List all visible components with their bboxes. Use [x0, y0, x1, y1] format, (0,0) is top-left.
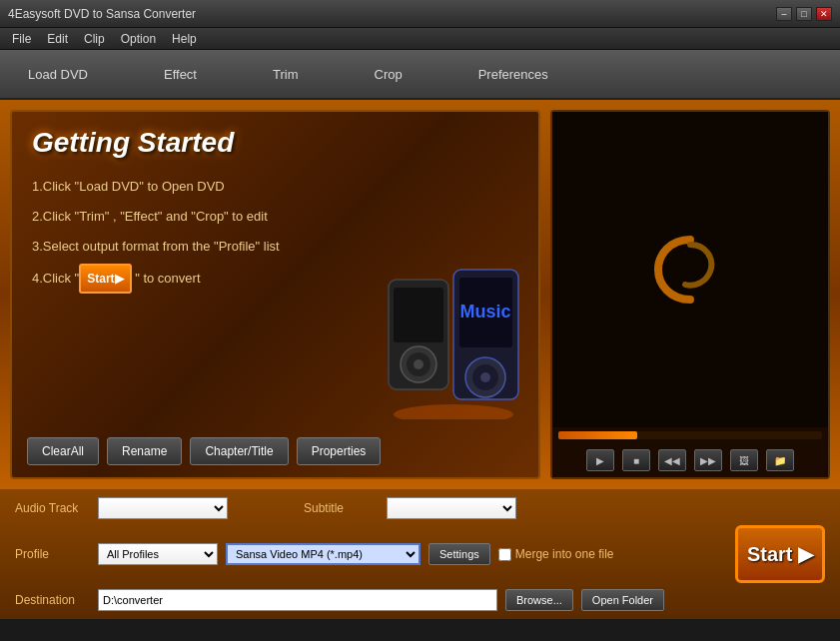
- profile-dropdown-2[interactable]: Sansa Video MP4 (*.mp4): [226, 543, 420, 565]
- toolbar-preferences[interactable]: Preferences: [470, 63, 556, 86]
- bottom-panel: Audio Track Subtitle Profile All Profile…: [0, 489, 840, 619]
- merge-checkbox[interactable]: [498, 548, 511, 561]
- menu-option[interactable]: Option: [113, 30, 164, 48]
- browse-button[interactable]: Browse...: [505, 589, 573, 611]
- audio-subtitle-row: Audio Track Subtitle: [15, 497, 825, 519]
- stop-button[interactable]: ■: [622, 449, 650, 471]
- getting-started-panel: Getting Started 1.Click "Load DVD" to Op…: [10, 110, 540, 479]
- folder-button[interactable]: 📁: [766, 449, 794, 471]
- destination-label: Destination: [15, 593, 90, 607]
- start-inline-label: Start▶: [79, 264, 131, 294]
- close-button[interactable]: ✕: [816, 7, 832, 21]
- window-controls: – □ ✕: [776, 7, 832, 21]
- device-illustration: Music: [384, 260, 523, 422]
- svg-rect-1: [394, 288, 443, 342]
- forward-button[interactable]: ▶▶: [694, 449, 722, 471]
- window-title: 4Easysoft DVD to Sansa Converter: [8, 7, 196, 21]
- chapter-title-button[interactable]: Chapter/Title: [190, 437, 288, 465]
- step-1: 1.Click "Load DVD" to Open DVD: [32, 174, 518, 200]
- video-progress-bar[interactable]: [558, 431, 822, 439]
- video-controls: ▶ ■ ◀◀ ▶▶ 🖼 📁: [552, 443, 828, 477]
- subtitle-dropdown[interactable]: [387, 497, 516, 519]
- toolbar-effect[interactable]: Effect: [156, 63, 205, 86]
- rewind-button[interactable]: ◀◀: [658, 449, 686, 471]
- rename-button[interactable]: Rename: [107, 437, 182, 465]
- menu-clip[interactable]: Clip: [76, 30, 113, 48]
- clear-all-button[interactable]: ClearAll: [27, 437, 99, 465]
- audio-track-dropdown[interactable]: [98, 497, 228, 519]
- subtitle-label: Subtitle: [304, 501, 379, 515]
- toolbar: Load DVD Effect Trim Crop Preferences: [0, 50, 840, 100]
- app-logo: [650, 230, 730, 310]
- toolbar-load-dvd[interactable]: Load DVD: [20, 63, 96, 86]
- audio-track-label: Audio Track: [15, 501, 90, 515]
- screenshot-button[interactable]: 🖼: [730, 449, 758, 471]
- profile-dropdown-1[interactable]: All Profiles: [98, 543, 218, 565]
- menu-edit[interactable]: Edit: [39, 30, 76, 48]
- play-button[interactable]: ▶: [586, 449, 614, 471]
- profile-row: Profile All Profiles Sansa Video MP4 (*.…: [15, 525, 825, 583]
- title-bar: 4Easysoft DVD to Sansa Converter – □ ✕: [0, 0, 840, 28]
- step-3: 3.Select output format from the "Profile…: [32, 234, 518, 260]
- svg-point-10: [480, 372, 490, 382]
- step-2: 2.Click "Trim" , "Effect" and "Crop" to …: [32, 204, 518, 230]
- video-preview-panel: ▶ ■ ◀◀ ▶▶ 🖼 📁: [550, 110, 830, 479]
- settings-button[interactable]: Settings: [428, 543, 490, 565]
- destination-input[interactable]: [98, 589, 497, 611]
- start-button[interactable]: Start ▶: [735, 525, 825, 583]
- destination-row: Destination Browse... Open Folder: [15, 589, 825, 611]
- svg-point-4: [414, 359, 423, 369]
- toolbar-crop[interactable]: Crop: [367, 63, 411, 86]
- merge-check: Merge into one file: [498, 547, 614, 561]
- menu-help[interactable]: Help: [164, 30, 205, 48]
- bottom-buttons: ClearAll Rename Chapter/Title Properties: [27, 437, 381, 465]
- menu-file[interactable]: File: [4, 30, 39, 48]
- profile-label: Profile: [15, 547, 90, 561]
- video-progress-fill: [558, 431, 637, 439]
- toolbar-trim[interactable]: Trim: [265, 63, 307, 86]
- merge-label: Merge into one file: [515, 547, 614, 561]
- svg-point-11: [394, 404, 513, 419]
- svg-text:Music: Music: [459, 302, 510, 321]
- main-content: Getting Started 1.Click "Load DVD" to Op…: [0, 100, 840, 489]
- maximize-button[interactable]: □: [796, 7, 812, 21]
- open-folder-button[interactable]: Open Folder: [581, 589, 664, 611]
- properties-button[interactable]: Properties: [297, 437, 382, 465]
- minimize-button[interactable]: –: [776, 7, 792, 21]
- menu-bar: File Edit Clip Option Help: [0, 28, 840, 50]
- video-screen: [552, 112, 828, 427]
- getting-started-title: Getting Started: [32, 127, 518, 159]
